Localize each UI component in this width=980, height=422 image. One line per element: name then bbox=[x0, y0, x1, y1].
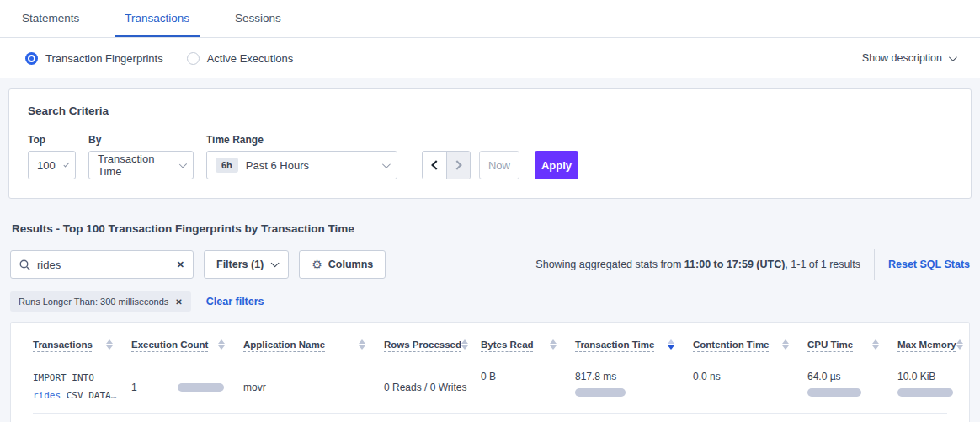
max-memory-bar bbox=[897, 388, 953, 397]
chevron-down-icon bbox=[271, 259, 280, 267]
filters-button[interactable]: Filters (1) bbox=[204, 250, 289, 279]
sort-icon[interactable] bbox=[668, 339, 674, 350]
max-memory-cell: 10.0 KiB bbox=[897, 361, 953, 413]
table-row[interactable]: IMPORT INTO rides CSV DATA… 1 movr 0 Rea… bbox=[33, 361, 947, 414]
gear-icon: ⚙ bbox=[312, 258, 322, 271]
by-select-value: Transaction Time bbox=[98, 152, 171, 178]
sort-icon[interactable] bbox=[218, 339, 225, 350]
radio-active-executions[interactable]: Active Executions bbox=[187, 52, 294, 65]
search-criteria-title: Search Criteria bbox=[28, 104, 952, 117]
remove-filter-icon[interactable]: ✕ bbox=[175, 297, 182, 307]
table-name-link[interactable]: rides bbox=[33, 390, 61, 401]
column-header-label: Rows Processed bbox=[384, 339, 461, 350]
search-criteria-card: Search Criteria Top 100 By Transaction T… bbox=[8, 88, 972, 199]
sort-icon[interactable] bbox=[359, 339, 365, 350]
radio-unselected-icon bbox=[187, 52, 200, 65]
transaction-statement-line1: IMPORT INTO bbox=[33, 370, 116, 387]
column-header-label: Bytes Read bbox=[481, 339, 534, 350]
results-table: TransactionsExecution CountApplication N… bbox=[10, 322, 970, 422]
time-range-select[interactable]: 6h Past 6 Hours bbox=[206, 151, 397, 179]
transaction-time-cell: 817.8 ms bbox=[575, 361, 693, 413]
chevron-left-icon bbox=[431, 160, 440, 169]
time-range-label: Time Range bbox=[206, 134, 397, 146]
radio-label: Active Executions bbox=[207, 52, 294, 65]
column-header-label: Contention Time bbox=[693, 339, 770, 350]
transaction-fingerprint-cell[interactable]: IMPORT INTO rides CSV DATA… bbox=[33, 361, 131, 413]
cpu-time-bar bbox=[807, 388, 861, 397]
bytes-read-cell: 0 B bbox=[481, 361, 575, 413]
show-description-label: Show description bbox=[862, 52, 942, 64]
column-header-execution-count[interactable]: Execution Count bbox=[131, 339, 243, 350]
cpu-time-cell: 64.0 µs bbox=[807, 361, 897, 413]
show-description-toggle[interactable]: Show description bbox=[862, 52, 955, 64]
search-input[interactable] bbox=[37, 259, 177, 271]
column-header-application-name[interactable]: Application Name bbox=[243, 339, 384, 350]
radio-selected-icon bbox=[25, 52, 38, 65]
top-select-value: 100 bbox=[37, 159, 56, 172]
chevron-down-icon bbox=[949, 53, 957, 61]
column-header-cpu-time[interactable]: CPU Time bbox=[807, 339, 897, 350]
time-range-value: Past 6 Hours bbox=[246, 159, 309, 172]
by-field: By Transaction Time bbox=[88, 134, 194, 179]
columns-button[interactable]: ⚙ Columns bbox=[299, 250, 386, 279]
column-header-label: CPU Time bbox=[807, 339, 853, 350]
transaction-time-bar bbox=[575, 388, 626, 397]
chevron-down-icon bbox=[63, 161, 69, 167]
top-label: Top bbox=[28, 134, 76, 146]
top-tab-bar: Statements Transactions Sessions bbox=[0, 0, 980, 38]
contention-time-cell: 0.0 ns bbox=[693, 361, 807, 413]
column-header-rows-processed[interactable]: Rows Processed bbox=[384, 339, 481, 350]
table-header-row: TransactionsExecution CountApplication N… bbox=[33, 328, 947, 361]
application-name-cell: movr bbox=[243, 361, 384, 413]
clear-search-icon[interactable]: ✕ bbox=[177, 259, 184, 270]
column-header-label: Transactions bbox=[33, 339, 93, 350]
filter-chip: Runs Longer Than: 300 milliseconds ✕ bbox=[10, 291, 191, 312]
by-label: By bbox=[88, 134, 194, 146]
view-toggle-row: Transaction Fingerprints Active Executio… bbox=[0, 38, 980, 78]
column-header-label: Transaction Time bbox=[575, 339, 654, 350]
sort-icon[interactable] bbox=[461, 339, 468, 350]
column-header-label: Max Memory bbox=[897, 339, 956, 350]
by-select[interactable]: Transaction Time bbox=[88, 151, 194, 179]
tab-sessions[interactable]: Sessions bbox=[225, 0, 291, 37]
filters-button-label: Filters (1) bbox=[216, 259, 264, 270]
tab-transactions[interactable]: Transactions bbox=[115, 0, 200, 37]
sort-icon[interactable] bbox=[550, 339, 557, 350]
clear-filters-link[interactable]: Clear filters bbox=[206, 296, 264, 307]
top-select[interactable]: 100 bbox=[28, 151, 76, 179]
prev-time-window-button[interactable] bbox=[423, 152, 446, 179]
results-heading: Results - Top 100 Transaction Fingerprin… bbox=[12, 222, 970, 235]
divider bbox=[874, 249, 875, 280]
column-header-transaction-time[interactable]: Transaction Time bbox=[575, 339, 693, 350]
column-header-label: Execution Count bbox=[131, 339, 208, 350]
column-header-max-memory[interactable]: Max Memory bbox=[897, 339, 980, 350]
transaction-statement-line2: rides CSV DATA… bbox=[33, 387, 116, 404]
tab-statements[interactable]: Statements bbox=[12, 0, 89, 37]
search-box: ✕ bbox=[10, 250, 194, 279]
search-icon bbox=[19, 259, 30, 270]
next-time-window-button[interactable] bbox=[446, 152, 470, 179]
sort-icon[interactable] bbox=[872, 339, 879, 350]
execution-count-cell: 1 bbox=[131, 361, 243, 413]
aggregated-stats-text: Showing aggregated stats from 11:00 to 1… bbox=[535, 259, 860, 270]
chevron-down-icon bbox=[382, 160, 391, 168]
sort-icon[interactable] bbox=[782, 339, 789, 350]
top-field: Top 100 bbox=[28, 134, 76, 179]
execution-count-bar bbox=[178, 383, 224, 392]
sort-icon[interactable] bbox=[956, 339, 963, 350]
sort-icon[interactable] bbox=[106, 339, 113, 350]
reset-sql-stats-link[interactable]: Reset SQL Stats bbox=[888, 259, 970, 270]
column-header-transactions[interactable]: Transactions bbox=[33, 339, 131, 350]
radio-label: Transaction Fingerprints bbox=[45, 52, 163, 65]
apply-button[interactable]: Apply bbox=[535, 151, 578, 179]
chevron-down-icon bbox=[179, 160, 187, 168]
time-window-nav bbox=[422, 151, 471, 179]
column-header-contention-time[interactable]: Contention Time bbox=[693, 339, 807, 350]
column-header-bytes-read[interactable]: Bytes Read bbox=[481, 339, 575, 350]
columns-button-label: Columns bbox=[328, 259, 373, 270]
time-range-field: Time Range 6h Past 6 Hours bbox=[206, 134, 397, 179]
chevron-right-icon bbox=[452, 160, 461, 169]
now-button[interactable]: Now bbox=[479, 151, 519, 179]
rows-processed-cell: 0 Reads / 0 Writes bbox=[384, 361, 481, 413]
radio-transaction-fingerprints[interactable]: Transaction Fingerprints bbox=[25, 52, 163, 65]
